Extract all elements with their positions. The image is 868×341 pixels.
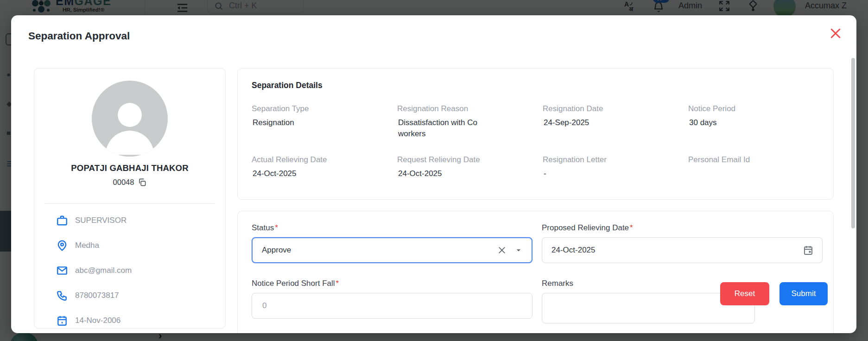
status-select[interactable]: Approve bbox=[252, 237, 532, 263]
detail-field: Actual Relieving Date 24-Oct-2025 bbox=[252, 155, 397, 179]
close-icon[interactable] bbox=[829, 26, 843, 40]
copy-icon[interactable] bbox=[138, 178, 146, 187]
detail-field: Request Relieving Date 24-Oct-2025 bbox=[397, 155, 543, 179]
detail-field: Resignation Reason Dissatisfaction with … bbox=[397, 104, 543, 139]
notice-period-short-fall-label: Notice Period Short Fall* bbox=[252, 279, 532, 288]
detail-field: Resignation Letter - bbox=[543, 155, 688, 179]
approval-form-card: Status* Approve bbox=[237, 211, 834, 333]
separation-details-card: Separation Details Separation Type Resig… bbox=[237, 68, 834, 200]
employee-designation-row: SUPERVISOR bbox=[56, 214, 225, 227]
proposed-relieving-date-field: Proposed Relieving Date* 24-Oct-2025 bbox=[542, 223, 823, 263]
employee-email-row: abc@gmail.com bbox=[56, 264, 225, 277]
clear-selection-icon[interactable] bbox=[497, 246, 507, 255]
modal-title: Separation Approval bbox=[28, 30, 130, 42]
detail-field: Resignation Date 24-Sep-2025 bbox=[543, 104, 688, 139]
notice-period-short-fall-inputbox bbox=[252, 293, 532, 319]
details-grid: Separation Type Resignation Resignation … bbox=[252, 104, 819, 179]
mail-icon bbox=[56, 265, 68, 277]
detail-field: Separation Type Resignation bbox=[252, 104, 397, 139]
chevron-down-icon[interactable] bbox=[514, 246, 523, 255]
separation-approval-modal: Separation Approval POPATJI GABHAJI THAK… bbox=[11, 15, 856, 333]
employee-id: 00048 bbox=[113, 178, 134, 187]
submit-button[interactable]: Submit bbox=[779, 282, 828, 305]
employee-date-row: 14-Nov-2006 bbox=[56, 314, 225, 327]
employee-avatar bbox=[92, 81, 168, 157]
calendar-icon bbox=[56, 315, 68, 327]
detail-field: Personal Email Id bbox=[688, 155, 819, 179]
profile-divider bbox=[45, 203, 215, 204]
briefcase-icon bbox=[56, 215, 68, 227]
employee-name: POPATJI GABHAJI THAKOR bbox=[71, 163, 188, 173]
location-pin-icon bbox=[56, 240, 68, 252]
status-field: Status* Approve bbox=[252, 223, 532, 263]
notice-period-short-fall-input[interactable] bbox=[261, 293, 523, 318]
proposed-relieving-date-input[interactable]: 24-Oct-2025 bbox=[542, 237, 823, 263]
reset-button[interactable]: Reset bbox=[720, 282, 769, 305]
employee-location-row: Medha bbox=[56, 239, 225, 252]
status-label: Status* bbox=[252, 223, 532, 233]
employee-profile-card: POPATJI GABHAJI THAKOR 00048 bbox=[34, 68, 226, 328]
employee-phone-row: 8780073817 bbox=[56, 289, 225, 302]
calendar-picker-icon[interactable] bbox=[803, 245, 814, 256]
section-title: Separation Details bbox=[252, 81, 819, 90]
notice-period-short-fall-field: Notice Period Short Fall* bbox=[252, 279, 532, 319]
phone-icon bbox=[56, 290, 68, 302]
detail-field: Notice Period 30 days bbox=[688, 104, 819, 139]
app-screen: EMGAGE HR, Simplified!® Ctrl + K bbox=[0, 0, 868, 341]
proposed-relieving-date-label: Proposed Relieving Date* bbox=[542, 223, 823, 233]
modal-scrollbar[interactable] bbox=[851, 58, 855, 228]
